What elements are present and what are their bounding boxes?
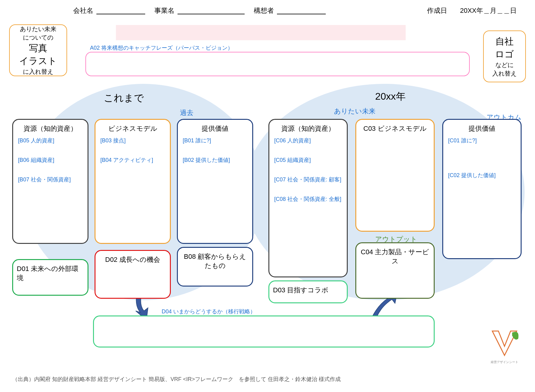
c05-item: [C05 組織資産] — [274, 156, 343, 164]
past-sublabel: 過去 — [180, 108, 193, 117]
era-past-label: これまで — [104, 91, 144, 105]
past-value-card[interactable]: 提供価値 [B01 誰に?] [B02 提供した価値] — [177, 119, 253, 244]
future-resource-card[interactable]: 資源（知的資産） [C06 人的資産] [C05 組織資産] [C07 社会・関… — [268, 119, 348, 277]
photo-l1: ありたい未来 — [20, 25, 56, 33]
past-resource-card[interactable]: 資源（知的資産） [B05 人的資産] [B06 組織資産] [B07 社会・関… — [12, 119, 88, 244]
b02-item: [B02 提供した価値] — [183, 156, 249, 164]
d04-card[interactable] — [93, 315, 435, 347]
date-field[interactable]: 作成日 20XX年＿月＿＿日 — [427, 6, 517, 15]
d02-title: D02 成長への機会 — [99, 255, 166, 264]
b05-item: [B05 人的資産] — [18, 137, 84, 144]
past-business-model-card[interactable]: ビジネスモデル [B03 接点] [B04 アクティビティ] — [95, 119, 171, 244]
source-citation: （出典）内閣府 知的財産戦略本部 経営デザインシート 簡易版、VRF <IR>フ… — [12, 376, 341, 383]
b06-item: [B06 組織資産] — [18, 156, 84, 164]
future-sublabel: ありたい未来 — [334, 107, 375, 116]
date-value: 20XX年＿月＿＿日 — [460, 6, 517, 15]
c01-item: [C01 誰に?] — [448, 137, 517, 144]
logo-l2: ロゴ — [495, 48, 514, 61]
header-row: 会社名 事業名 構想者 作成日 20XX年＿月＿＿日 — [73, 6, 517, 15]
b04-item: [B04 アクティビティ] — [100, 156, 166, 164]
c04-title: C04 主力製品・サービス — [360, 248, 430, 266]
business-label: 事業名 — [154, 6, 174, 15]
era-future-label: 20xx年 — [375, 90, 406, 103]
logo-l1: 自社 — [495, 35, 514, 48]
company-label: 会社名 — [73, 6, 93, 15]
a02-label: A02 将来構想のキャッチフレーズ（パーパス・ビジョン） — [90, 44, 233, 52]
d01-title: D01 未来への外部環境 — [17, 264, 84, 283]
future-value-title: 提供価値 — [447, 124, 517, 133]
logo-l3: などに — [495, 61, 514, 69]
c04-card[interactable]: C04 主力製品・サービス — [355, 242, 435, 299]
d04-label: D04 いまからどうするか（移行戦略） — [162, 308, 256, 315]
d03-title: D03 目指すコラボ — [273, 286, 343, 295]
future-business-model-card[interactable]: C03 ビジネスモデル — [355, 119, 435, 232]
d02-card[interactable]: D02 成長への機会 — [95, 250, 171, 299]
a02-catchphrase-box[interactable] — [85, 52, 470, 76]
design-sheet-logo-icon: 経営デザインシート — [486, 325, 523, 365]
d03-card[interactable]: D03 目指すコラボ — [268, 280, 348, 303]
title-banner[interactable] — [116, 25, 406, 40]
past-resource-title: 資源（知的資産） — [17, 124, 84, 133]
b08-title: B08 顧客からもらえたもの — [181, 252, 249, 270]
company-logo-placeholder[interactable]: 自社 ロゴ などに 入れ替え — [483, 30, 526, 82]
author-label: 構想者 — [254, 6, 274, 15]
logo-l4: 入れ替え — [492, 69, 517, 78]
photo-l3: 写真 — [29, 42, 47, 55]
photo-l5: に入れ替え — [23, 67, 53, 76]
svg-text:経営デザインシート: 経営デザインシート — [490, 360, 518, 364]
future-resource-title: 資源（知的資産） — [273, 124, 343, 133]
date-label: 作成日 — [427, 6, 447, 15]
business-field[interactable]: 事業名 — [154, 6, 245, 15]
c02-item: [C02 提供した価値] — [448, 172, 517, 179]
b01-item: [B01 誰に?] — [183, 137, 249, 144]
author-field[interactable]: 構想者 — [254, 6, 326, 15]
past-value-title: 提供価値 — [181, 124, 249, 133]
b03-item: [B03 接点] — [100, 137, 166, 144]
past-biz-title: ビジネスモデル — [99, 124, 166, 133]
c06-item: [C06 人的資産] — [274, 137, 343, 144]
d01-card[interactable]: D01 未来への外部環境 — [12, 259, 88, 296]
future-value-card[interactable]: 提供価値 [C01 誰に?] [C02 提供した価値] — [442, 119, 522, 259]
photo-l4: イラスト — [19, 55, 57, 67]
company-field[interactable]: 会社名 — [73, 6, 145, 15]
b08-card[interactable]: B08 顧客からもらえたもの — [177, 247, 253, 287]
b07-item: [B07 社会・関係資産] — [18, 176, 84, 183]
future-photo-placeholder[interactable]: ありたい未来 についての 写真 イラスト に入れ替え — [9, 24, 67, 76]
c07-item: [C07 社会・関係資産: 顧客] — [274, 176, 343, 183]
c03-title: C03 ビジネスモデル — [360, 124, 430, 133]
photo-l2: についての — [23, 33, 53, 42]
c08-item: [C08 社会・関係資産: 全般] — [274, 195, 343, 203]
